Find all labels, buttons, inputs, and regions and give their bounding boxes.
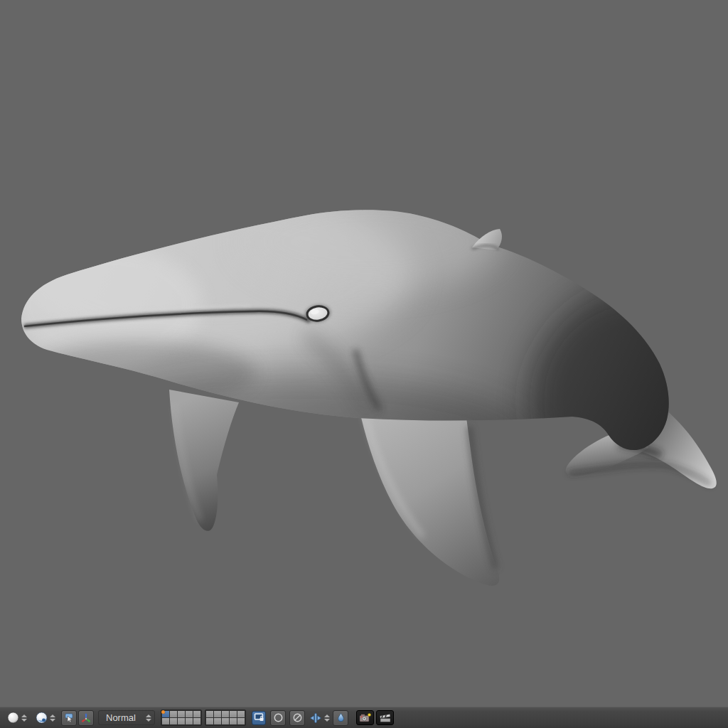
manipulator-toggle-button[interactable]	[61, 710, 77, 726]
droplet-icon	[336, 712, 346, 723]
layer-cell[interactable]	[178, 718, 185, 724]
layer-cell[interactable]	[170, 711, 177, 717]
scene-lock-icon	[254, 712, 264, 723]
lock-to-scene-toggle[interactable]	[252, 711, 266, 725]
translate-axes-icon	[80, 712, 92, 724]
stepper-arrows[interactable]	[146, 714, 151, 722]
layer-block-2	[205, 710, 246, 726]
stepper-arrows[interactable]	[21, 714, 27, 722]
layers-widget	[161, 710, 246, 726]
layer-cell[interactable]	[170, 718, 177, 724]
layer-cell[interactable]	[206, 711, 213, 717]
proportional-editing-dropdown[interactable]	[270, 710, 286, 726]
layer-cell[interactable]	[193, 718, 200, 724]
layer-block-1	[161, 710, 202, 726]
pivot-point-dropdown[interactable]	[36, 712, 55, 724]
3d-viewport[interactable]	[0, 0, 728, 707]
layer-cell[interactable]	[214, 711, 221, 717]
layer-cell[interactable]	[162, 711, 169, 717]
layer-cell[interactable]	[222, 718, 229, 724]
snap-target-button[interactable]	[333, 710, 348, 726]
shaded-sphere-icon	[7, 712, 19, 724]
translate-manipulator-button[interactable]	[78, 710, 94, 726]
whale-model[interactable]	[0, 0, 728, 707]
layer-cell[interactable]	[162, 718, 169, 724]
layer-cell[interactable]	[193, 711, 200, 717]
whale-front-flipper	[169, 390, 239, 531]
orientation-label: Normal	[106, 713, 136, 722]
stepper-arrows[interactable]	[50, 714, 55, 722]
layer-cell[interactable]	[186, 718, 193, 724]
blender-window: Normal	[0, 0, 728, 728]
stepper-arrows[interactable]	[324, 714, 330, 722]
proportional-circle-icon	[273, 712, 284, 723]
transform-orientation-dropdown[interactable]: Normal	[98, 710, 155, 725]
viewport-header: Normal	[0, 707, 728, 728]
snap-element-dropdown[interactable]	[309, 712, 330, 724]
snap-toggle-button[interactable]	[289, 710, 305, 726]
viewport-shading-dropdown[interactable]	[7, 712, 27, 724]
snap-circle-icon	[292, 712, 303, 723]
pivot-sphere-icon	[36, 712, 48, 724]
render-clapper-icon	[378, 712, 392, 723]
snap-arrows-icon	[309, 712, 322, 724]
manipulator-pointer-icon	[63, 712, 75, 724]
layer-cell[interactable]	[230, 718, 237, 724]
layer-cell[interactable]	[222, 711, 229, 717]
opengl-render-animation-button[interactable]	[376, 710, 394, 725]
layer-cell[interactable]	[206, 718, 213, 724]
opengl-render-image-button[interactable]	[356, 710, 374, 725]
layer-cell[interactable]	[214, 718, 221, 724]
layer-cell[interactable]	[186, 711, 193, 717]
layer-cell[interactable]	[178, 711, 185, 717]
layer-cell[interactable]	[230, 711, 237, 717]
layer-cell[interactable]	[237, 711, 245, 717]
layer-cell[interactable]	[237, 718, 245, 724]
render-camera-icon	[358, 712, 372, 723]
